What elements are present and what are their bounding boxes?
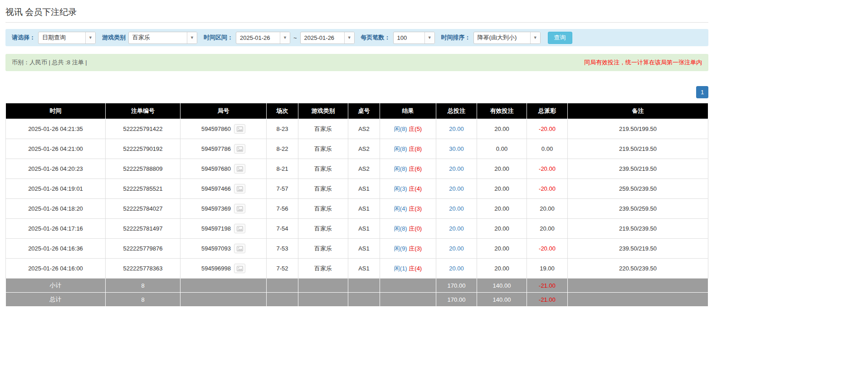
- query-type-combobox[interactable]: ▼: [38, 32, 96, 44]
- valid-bet: 20.00: [477, 159, 527, 179]
- bet-id: 522225781497: [106, 219, 180, 239]
- bet-time: 2025-01-26 04:20:23: [6, 159, 106, 179]
- footer-empty-cell: [568, 279, 708, 293]
- col-header-table-no: 桌号: [348, 103, 380, 119]
- bet-time: 2025-01-26 04:16:36: [6, 239, 106, 259]
- total-bet-link[interactable]: 20.00: [449, 205, 464, 212]
- bet-id: 522225790192: [106, 139, 180, 159]
- date-from-combobox[interactable]: ▼: [236, 32, 290, 44]
- game-type-combobox[interactable]: ▼: [128, 32, 197, 44]
- summary-notice: 同局有效投注，统一计算在该局第一张注单内: [584, 58, 702, 67]
- session-no: 8-23: [267, 119, 298, 139]
- footer-empty-cell: [267, 279, 298, 293]
- video-replay-button[interactable]: [234, 164, 245, 174]
- date-to-input[interactable]: [301, 32, 344, 43]
- total-bet-cell: 20.00: [436, 159, 477, 179]
- footer-empty-cell: [267, 293, 298, 307]
- session-no: 8-21: [267, 159, 298, 179]
- total-count: 8: [106, 293, 180, 307]
- round-id: 594597198: [201, 225, 231, 232]
- image-icon: [237, 226, 243, 231]
- valid-bet: 0.00: [477, 139, 527, 159]
- date-from-input[interactable]: [236, 32, 280, 43]
- col-header-game-type: 游戏类别: [298, 103, 348, 119]
- image-icon: [237, 246, 243, 251]
- remark: 219.50/199.50: [568, 119, 708, 139]
- video-replay-button[interactable]: [234, 264, 245, 273]
- date-range-label: 时间区间：: [204, 34, 233, 42]
- game-type-input[interactable]: [129, 32, 187, 43]
- total-bet-link[interactable]: 20.00: [449, 225, 464, 232]
- video-replay-button[interactable]: [234, 124, 245, 134]
- page-size-combobox[interactable]: ▼: [393, 32, 435, 44]
- chevron-down-icon[interactable]: ▼: [187, 32, 197, 43]
- chevron-down-icon[interactable]: ▼: [344, 32, 354, 43]
- sort-input[interactable]: [474, 32, 530, 43]
- video-replay-button[interactable]: [234, 144, 245, 154]
- table-no: AS2: [348, 159, 380, 179]
- subtotal-row: 小计 8 170.00 140.00 -21.00: [6, 279, 708, 293]
- remark: 219.50/219.50: [568, 139, 708, 159]
- query-type-input[interactable]: [39, 32, 85, 43]
- result-banker: 庄(5): [409, 125, 422, 132]
- chevron-down-icon[interactable]: ▼: [280, 32, 290, 43]
- subtotal-payout: -21.00: [527, 279, 568, 293]
- total-total-bet: 170.00: [436, 293, 477, 307]
- search-button[interactable]: 查询: [548, 32, 572, 44]
- video-replay-button[interactable]: [234, 244, 245, 253]
- video-replay-button[interactable]: [234, 204, 245, 213]
- video-replay-button[interactable]: [234, 224, 245, 233]
- date-to-combobox[interactable]: ▼: [300, 32, 355, 44]
- chevron-down-icon[interactable]: ▼: [85, 32, 95, 43]
- result-banker: 庄(8): [409, 145, 422, 152]
- total-bet-link[interactable]: 20.00: [449, 265, 464, 272]
- table-row: 2025-01-26 04:21:00 522225790192 5945977…: [6, 139, 708, 159]
- game-type: 百家乐: [298, 159, 348, 179]
- footer-empty-cell: [298, 279, 348, 293]
- table-no: AS1: [348, 179, 380, 199]
- total-bet-link[interactable]: 20.00: [449, 185, 464, 192]
- remark: 239.50/259.50: [568, 199, 708, 219]
- image-icon: [237, 266, 243, 271]
- total-bet-link[interactable]: 20.00: [449, 125, 464, 132]
- filter-group-date-range: 时间区间： ▼ ~ ▼: [204, 32, 355, 44]
- result-banker: 庄(0): [409, 225, 422, 232]
- payout-amount: 19.00: [527, 259, 568, 279]
- total-bet-link[interactable]: 20.00: [449, 165, 464, 172]
- image-icon: [237, 146, 243, 152]
- game-type: 百家乐: [298, 219, 348, 239]
- payout-amount: 20.00: [527, 199, 568, 219]
- chevron-down-icon[interactable]: ▼: [530, 32, 540, 43]
- remark: 219.50/239.50: [568, 219, 708, 239]
- result-cell: 闲(8) 庄(6): [380, 159, 436, 179]
- sort-label: 时间排序：: [441, 34, 471, 42]
- bet-time: 2025-01-26 04:17:16: [6, 219, 106, 239]
- payout-amount: -20.00: [527, 239, 568, 259]
- table-no: AS1: [348, 219, 380, 239]
- result-player: 闲(9): [394, 245, 407, 252]
- sort-combobox[interactable]: ▼: [473, 32, 541, 44]
- page-1-button[interactable]: 1: [696, 86, 708, 98]
- round-cell: 594596998: [180, 259, 267, 279]
- page-size-input[interactable]: [394, 32, 424, 43]
- filter-group-select: 请选择： ▼: [12, 32, 96, 44]
- footer-empty-cell: [298, 293, 348, 307]
- chevron-down-icon[interactable]: ▼: [424, 32, 434, 43]
- table-body: 2025-01-26 04:21:35 522225791422 5945978…: [6, 119, 708, 279]
- session-no: 7-57: [267, 179, 298, 199]
- total-bet-cell: 20.00: [436, 119, 477, 139]
- table-row: 2025-01-26 04:17:16 522225781497 5945971…: [6, 219, 708, 239]
- total-bet-link[interactable]: 20.00: [449, 245, 464, 252]
- bet-id: 522225788809: [106, 159, 180, 179]
- result-player: 闲(8): [394, 145, 407, 152]
- table-row: 2025-01-26 04:20:23 522225788809 5945976…: [6, 159, 708, 179]
- round-cell: 594597369: [180, 199, 267, 219]
- image-icon: [237, 166, 243, 172]
- total-bet-link[interactable]: 30.00: [449, 145, 464, 152]
- bet-id: 522225779876: [106, 239, 180, 259]
- col-header-valid-bet: 有效投注: [477, 103, 527, 119]
- table-no: AS2: [348, 139, 380, 159]
- video-replay-button[interactable]: [234, 184, 245, 193]
- game-type: 百家乐: [298, 179, 348, 199]
- total-bet-cell: 20.00: [436, 219, 477, 239]
